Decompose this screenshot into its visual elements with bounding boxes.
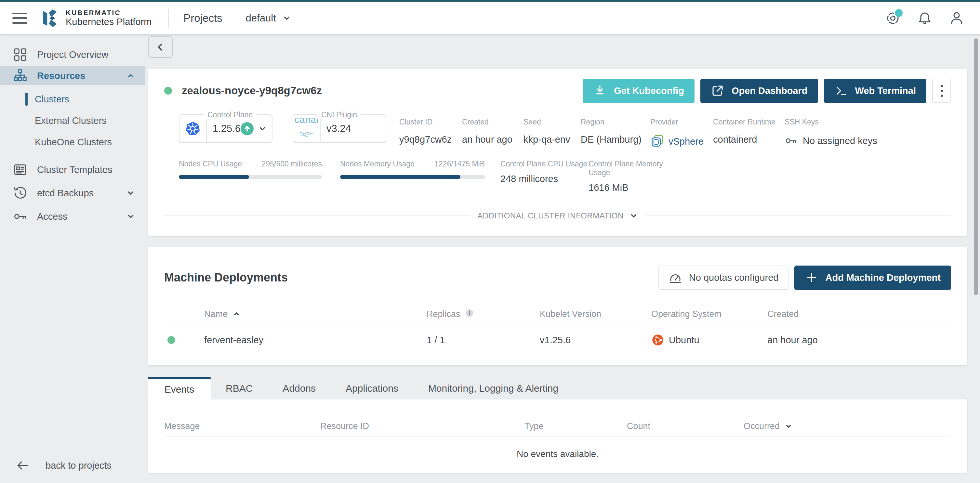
deployment-os: Ubuntu bbox=[669, 335, 699, 345]
column-header-message[interactable]: Message bbox=[164, 421, 320, 431]
project-selector-value: default bbox=[246, 12, 276, 24]
info-created: Created an hour ago bbox=[462, 114, 523, 145]
tab-applications[interactable]: Applications bbox=[331, 377, 413, 399]
chevron-down-icon bbox=[283, 14, 291, 22]
column-header-kubelet-version[interactable]: Kubelet Version bbox=[540, 309, 651, 319]
events-card: Message Resource ID Type Count Occurred … bbox=[148, 399, 967, 473]
topbar-left: KUBERMATIC Kubernetes Platform Projects … bbox=[12, 8, 291, 29]
cni-version: v3.24 bbox=[326, 123, 351, 135]
kubermatic-app: KUBERMATIC Kubernetes Platform Projects … bbox=[0, 0, 980, 483]
sidebar-item-kubeone-clusters[interactable]: KubeOne Clusters bbox=[0, 131, 145, 153]
nodes-cpu-usage: Nodes CPU Usage 295/600 millicores bbox=[179, 160, 322, 193]
provider-name[interactable]: vSphere bbox=[668, 136, 704, 147]
sidebar-item-resources[interactable]: Resources bbox=[0, 66, 145, 85]
control-plane-memory-usage: Control Plane Memory Usage 1616 MiB bbox=[589, 160, 677, 193]
chevron-down-icon[interactable] bbox=[258, 124, 267, 133]
gauge-icon bbox=[668, 270, 682, 285]
sidebar-item-label: Cluster Templates bbox=[37, 164, 113, 175]
nodes-memory-progress-bar bbox=[340, 175, 485, 179]
ubuntu-icon bbox=[651, 334, 664, 346]
cni-plugin-label: CNI Plugin bbox=[317, 111, 361, 119]
canal-logo-text: canal bbox=[294, 115, 319, 124]
brand-name: KUBERMATIC bbox=[66, 9, 151, 17]
brand-text: KUBERMATIC Kubernetes Platform bbox=[66, 9, 151, 27]
info-provider: Provider vSphere bbox=[650, 114, 713, 149]
download-icon bbox=[593, 84, 607, 97]
more-actions-kebab-icon[interactable] bbox=[932, 79, 951, 103]
machine-deployments-card: Machine Deployments No quotas configured bbox=[148, 247, 967, 365]
cluster-card: zealous-noyce-y9q8g7cw6z Get Kubeconfig bbox=[148, 69, 967, 236]
table-header-row: Name Replicas bbox=[164, 304, 951, 324]
back-link-label: back to projects bbox=[46, 460, 111, 471]
arrow-left-icon bbox=[16, 458, 30, 473]
no-quotas-button[interactable]: No quotas configured bbox=[659, 265, 789, 290]
nodes-cpu-progress-bar bbox=[179, 175, 322, 179]
sidebar-item-access[interactable]: Access bbox=[0, 205, 145, 228]
sidebar-item-etcd-backups[interactable]: etcd Backups bbox=[0, 181, 145, 205]
get-kubeconfig-button[interactable]: Get Kubeconfig bbox=[583, 79, 695, 103]
sitemap-icon bbox=[13, 68, 27, 83]
button-label: Add Machine Deployment bbox=[826, 272, 941, 283]
column-header-type[interactable]: Type bbox=[525, 421, 627, 431]
back-to-projects-link[interactable]: back to projects bbox=[16, 458, 111, 473]
info-icon[interactable] bbox=[465, 308, 474, 320]
sort-asc-icon bbox=[232, 310, 240, 318]
kubermatic-logo-icon bbox=[40, 8, 60, 29]
notification-badge bbox=[895, 9, 903, 17]
control-plane-version: 1.25.6 bbox=[213, 123, 240, 135]
add-machine-deployment-button[interactable]: Add Machine Deployment bbox=[794, 265, 951, 290]
control-plane-label: Control Plane bbox=[204, 111, 256, 119]
cni-plugin-box: CNI Plugin canal bbox=[293, 114, 386, 143]
template-icon bbox=[13, 162, 27, 177]
chevron-left-icon bbox=[156, 42, 165, 52]
chevron-up-icon bbox=[126, 71, 135, 80]
machine-deployments-table: Name Replicas bbox=[164, 304, 951, 356]
control-plane-selector[interactable]: Control Plane bbox=[179, 114, 272, 143]
open-dashboard-button[interactable]: Open Dashboard bbox=[700, 79, 818, 103]
sidebar-item-project-overview[interactable]: Project Overview bbox=[0, 43, 145, 66]
kubernetes-icon bbox=[180, 115, 207, 142]
web-terminal-button[interactable]: Web Terminal bbox=[824, 79, 926, 103]
cluster-actions: Get Kubeconfig Open Dashboard bbox=[583, 79, 951, 103]
back-button[interactable] bbox=[148, 37, 173, 58]
tab-addons[interactable]: Addons bbox=[267, 377, 331, 399]
cluster-name: zealous-noyce-y9q8g7cw6z bbox=[182, 84, 322, 97]
sidebar-item-cluster-templates[interactable]: Cluster Templates bbox=[0, 158, 145, 181]
additional-cluster-information-toggle[interactable]: ADDITIONAL CLUSTER INFORMATION bbox=[164, 211, 951, 220]
column-header-count[interactable]: Count bbox=[627, 421, 744, 431]
button-label: Get Kubeconfig bbox=[614, 86, 684, 96]
upgrade-available-icon[interactable] bbox=[240, 122, 254, 135]
brand-logo: KUBERMATIC Kubernetes Platform bbox=[40, 8, 151, 29]
tab-monitoring-logging-alerting[interactable]: Monitoring, Logging & Alerting bbox=[413, 377, 573, 399]
sidebar-item-clusters[interactable]: Clusters bbox=[0, 88, 145, 110]
user-account-icon[interactable] bbox=[949, 10, 964, 26]
chevron-down-icon bbox=[126, 189, 135, 197]
notifications-bell-icon[interactable] bbox=[917, 10, 932, 26]
cluster-tabs: Events RBAC Addons Applications Monitori… bbox=[148, 377, 967, 399]
tab-events[interactable]: Events bbox=[148, 377, 211, 399]
changelog-icon[interactable] bbox=[885, 10, 900, 26]
sidebar-item-external-clusters[interactable]: External Clusters bbox=[0, 110, 145, 131]
sort-desc-icon bbox=[784, 422, 793, 431]
history-icon bbox=[13, 186, 27, 200]
column-header-occurred[interactable]: Occurred bbox=[744, 421, 951, 431]
button-label: Open Dashboard bbox=[732, 86, 808, 96]
tab-rbac[interactable]: RBAC bbox=[211, 377, 267, 399]
table-row[interactable]: fervent-easley 1 / 1 v1.25.6 Ubunt bbox=[164, 324, 951, 356]
hamburger-menu-icon[interactable] bbox=[12, 13, 27, 24]
machine-deployments-header: Machine Deployments No quotas configured bbox=[164, 265, 951, 290]
deployment-created: an hour ago bbox=[767, 335, 951, 345]
vsphere-icon bbox=[650, 134, 665, 149]
cluster-header: zealous-noyce-y9q8g7cw6z Get Kubeconfig bbox=[164, 83, 951, 98]
plus-icon bbox=[805, 271, 818, 284]
active-indicator-bar bbox=[25, 93, 28, 106]
vertical-scrollbar[interactable] bbox=[974, 38, 978, 295]
sidebar-item-label: Clusters bbox=[35, 94, 69, 105]
sidebar: Project Overview Res bbox=[0, 34, 145, 483]
project-selector[interactable]: default bbox=[246, 12, 291, 24]
column-header-created[interactable]: Created bbox=[767, 309, 951, 319]
nodes-memory-usage: Nodes Memory Usage 1226/1475 MiB bbox=[340, 160, 485, 193]
column-header-name[interactable]: Name bbox=[204, 309, 426, 319]
column-header-resource-id[interactable]: Resource ID bbox=[320, 421, 525, 431]
column-header-operating-system[interactable]: Operating System bbox=[651, 309, 767, 319]
